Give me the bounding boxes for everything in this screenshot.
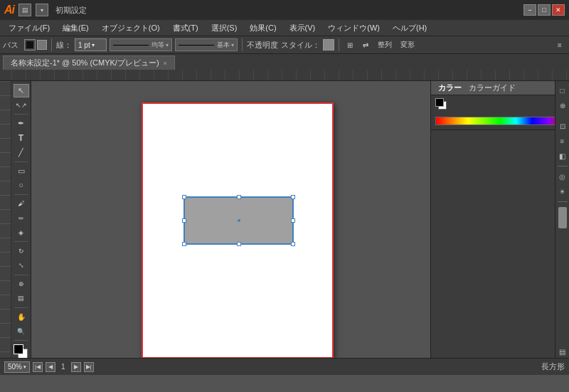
handle-middle-right[interactable]: [291, 218, 295, 223]
fr-icon-1[interactable]: □: [556, 84, 569, 97]
tool-rotate[interactable]: ↻: [14, 244, 29, 258]
path-label: パス: [3, 40, 18, 51]
right-panel-content: [431, 130, 569, 375]
fg-color-box[interactable]: [435, 98, 444, 107]
fr-icon-layers[interactable]: ▤: [556, 345, 569, 358]
handle-top-left[interactable]: [182, 195, 186, 199]
tab-close-button[interactable]: ×: [164, 60, 167, 67]
center-point: [238, 219, 240, 222]
color-panel: カラー カラーガイド ▾ ≡: [431, 81, 569, 130]
sep3: [339, 38, 339, 51]
menu-bar: ファイル(F) 編集(E) オブジェクト(O) 書式(T) 選択(S) 効果(C…: [0, 20, 569, 36]
transform-icon[interactable]: ⇄: [359, 38, 372, 51]
minimize-button[interactable]: −: [523, 4, 536, 16]
tool-separator-2: [14, 161, 28, 162]
fill-color-swatch[interactable]: [37, 40, 47, 50]
tool-rect[interactable]: ▭: [14, 164, 29, 178]
color-guide-tab[interactable]: カラーガイド: [466, 83, 519, 93]
color-tab[interactable]: カラー: [435, 83, 464, 93]
workspace: ↖ ↖↗ ✒ T ╱ ▭ ○ 🖌 ✏ ◈ ↻ ⤡ ⊕ ▤ ✋ 🔍: [0, 70, 569, 375]
stroke-type-1[interactable]: 均等 ▾: [110, 38, 172, 51]
handle-middle-left[interactable]: [182, 218, 186, 223]
menu-help[interactable]: ヘルプ(H): [387, 21, 432, 35]
menu-text[interactable]: 書式(T): [167, 21, 204, 35]
page-number[interactable]: 1: [58, 363, 68, 371]
tool-blend[interactable]: ⊕: [14, 277, 29, 291]
tool-pen[interactable]: ✒: [14, 117, 29, 130]
tool-separator-1: [14, 114, 28, 115]
shape-label: 長方形: [541, 361, 565, 372]
nav-next[interactable]: ▶: [71, 362, 81, 372]
style-swatch[interactable]: [323, 39, 334, 51]
tool-paintbrush[interactable]: 🖌: [14, 197, 29, 211]
tool-select[interactable]: ↖: [14, 84, 29, 97]
tool-separator-6: [14, 307, 28, 308]
selected-rectangle[interactable]: [184, 196, 294, 245]
stroke-type-2[interactable]: 基本 ▾: [175, 38, 238, 51]
fr-icon-3[interactable]: ⊡: [556, 120, 569, 132]
nav-prev-prev[interactable]: |◀: [33, 362, 43, 372]
menu-view[interactable]: 表示(V): [284, 21, 321, 35]
nav-prev[interactable]: ◀: [46, 362, 55, 372]
fr-icon-5[interactable]: ◧: [556, 149, 569, 162]
top-ruler: [0, 70, 569, 81]
canvas-page: [142, 102, 334, 359]
menu-object[interactable]: オブジェクト(O): [96, 21, 166, 35]
title-bar-left: Ai ▤ ▾ 初期設定: [4, 4, 87, 16]
tool-zoom[interactable]: 🔍: [14, 324, 29, 338]
fr-sep2: [558, 201, 568, 202]
tool-scale[interactable]: ⤡: [14, 259, 29, 272]
tool-separator-5: [14, 275, 28, 275]
handle-bottom-left[interactable]: [182, 242, 186, 246]
left-ruler: [0, 81, 11, 375]
stroke-label: 線：: [56, 40, 72, 51]
tool-pencil[interactable]: ✏: [14, 211, 29, 225]
handle-bottom-right[interactable]: [291, 242, 295, 246]
fr-icon-scroll[interactable]: [558, 207, 567, 228]
handle-top-middle[interactable]: [237, 195, 241, 199]
align-label: 整列: [375, 40, 395, 50]
stroke-color-swatch[interactable]: [24, 39, 36, 51]
title-bar: Ai ▤ ▾ 初期設定 − □ ✕: [0, 0, 569, 20]
title-bar-title: 初期設定: [55, 5, 87, 16]
fr-icon-4[interactable]: ≡: [556, 134, 569, 147]
menu-file[interactable]: ファイル(F): [3, 21, 55, 35]
tool-separator-7: [14, 340, 28, 341]
color-swatches: [431, 95, 569, 115]
menu-window[interactable]: ウィンドウ(W): [322, 21, 385, 35]
fr-icon-2[interactable]: ⊕: [556, 99, 569, 112]
menu-effect[interactable]: 効果(C): [244, 21, 282, 35]
tab-bar: 名称未設定-1* @ 50% (CMYK/プレビュー) ×: [0, 54, 569, 70]
style-label: スタイル：: [281, 40, 320, 51]
title-bar-dropdown[interactable]: ▾: [36, 4, 48, 16]
zoom-select[interactable]: 50% ▾: [4, 361, 30, 373]
fr-icon-6[interactable]: ◎: [556, 170, 569, 183]
close-button[interactable]: ✕: [552, 4, 565, 16]
options-bar: パス 線： 1 pt ▾ 均等 ▾ 基本 ▾ 不透明度 スタイル： ⊞ ⇄ 整列…: [0, 36, 569, 54]
menu-edit[interactable]: 編集(E): [57, 21, 95, 35]
nav-next-next[interactable]: ▶|: [84, 362, 94, 372]
handle-top-right[interactable]: [291, 195, 295, 199]
foreground-color-swatch[interactable]: [14, 344, 23, 354]
color-spectrum[interactable]: [435, 117, 565, 125]
handle-bottom-middle[interactable]: [237, 242, 241, 246]
options-expand-icon[interactable]: ≡: [553, 38, 566, 51]
title-bar-icon[interactable]: ▤: [18, 4, 31, 16]
tool-ellipse[interactable]: ○: [14, 179, 29, 192]
opacity-label: 不透明度: [247, 40, 278, 51]
ai-logo: Ai: [4, 4, 14, 16]
tool-direct-select[interactable]: ↖↗: [14, 98, 29, 112]
transform-label: 変形: [398, 40, 418, 50]
align-icon[interactable]: ⊞: [344, 38, 356, 51]
tool-hand[interactable]: ✋: [14, 310, 29, 324]
fr-icon-7[interactable]: ☀: [556, 185, 569, 198]
stroke-weight-select[interactable]: 1 pt ▾: [75, 38, 107, 51]
menu-select[interactable]: 選択(S): [206, 21, 243, 35]
tool-type[interactable]: T: [14, 131, 29, 144]
maximize-button[interactable]: □: [538, 4, 551, 16]
tool-separator-3: [14, 194, 28, 195]
document-tab[interactable]: 名称未設定-1* @ 50% (CMYK/プレビュー) ×: [3, 55, 175, 70]
tool-eraser[interactable]: ◈: [14, 226, 29, 239]
tool-line[interactable]: ╱: [14, 146, 29, 159]
tool-gradient[interactable]: ▤: [14, 292, 29, 305]
